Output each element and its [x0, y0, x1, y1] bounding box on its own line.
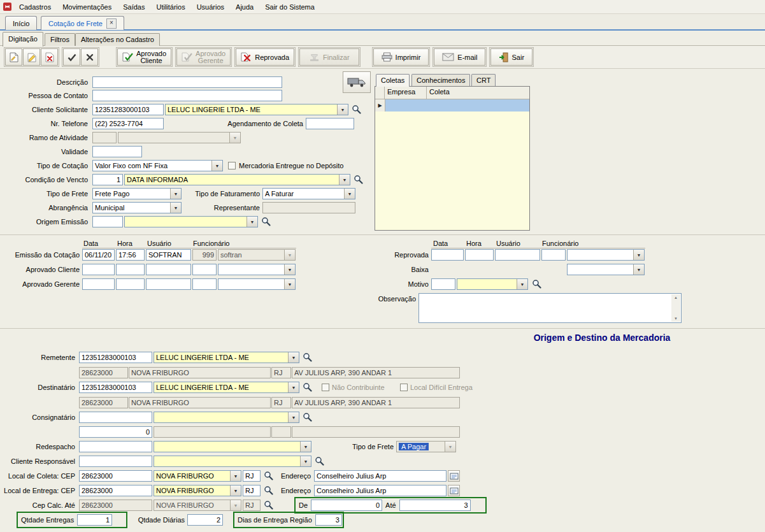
imprimir-button[interactable]: Imprimir	[373, 48, 429, 66]
reprovada-hora-input[interactable]	[465, 249, 494, 261]
entrega-endereco-input[interactable]	[314, 485, 447, 496]
motivo-combo[interactable]: ▼	[457, 278, 528, 290]
coleta-truck-button[interactable]	[343, 71, 371, 93]
aprovcli-func-num-input[interactable]	[192, 264, 217, 275]
entrega-search-button[interactable]	[263, 485, 274, 496]
remetente-combo[interactable]: LELUC LINGERIE LTDA - ME ▼	[154, 352, 299, 363]
aprovado-cliente-button[interactable]: Aprovado Cliente	[117, 48, 171, 66]
chevron-down-icon[interactable]: ▼	[170, 203, 181, 213]
chevron-down-icon[interactable]: ▼	[300, 442, 311, 452]
chevron-down-icon[interactable]: ▼	[288, 352, 299, 363]
aprovcli-usuario-input[interactable]	[146, 264, 191, 275]
consignatario-combo[interactable]: ▼	[154, 412, 299, 423]
de-input[interactable]	[311, 500, 382, 511]
reprovada-usuario-input[interactable]	[495, 249, 540, 261]
aprovcli-func-combo[interactable]: ▼	[218, 264, 296, 275]
chevron-down-icon[interactable]: ▼	[633, 250, 644, 260]
menu-ajuda[interactable]: Ajuda	[230, 0, 259, 14]
chevron-down-icon[interactable]: ▼	[517, 279, 527, 289]
abrangencia-combo[interactable]: Municipal ▼	[92, 202, 182, 213]
menu-cadastros[interactable]: Cadastros	[13, 0, 57, 14]
coletas-selected-row[interactable]: ▶	[375, 99, 529, 111]
aprovger-usuario-input[interactable]	[146, 278, 191, 290]
nr-telefone-input[interactable]	[92, 118, 164, 129]
pessoa-contato-input[interactable]	[92, 90, 282, 101]
tab-conhecimentos[interactable]: Conhecimentos	[411, 74, 470, 87]
menu-movimentacoes[interactable]: Movimentações	[57, 0, 117, 14]
cliente-responsavel-combo[interactable]: ▼	[154, 456, 311, 467]
empresa-column-header[interactable]: Empresa	[385, 87, 427, 99]
emissao-hora-input[interactable]	[116, 249, 145, 261]
agendamento-coleta-input[interactable]	[306, 118, 354, 129]
chevron-down-icon[interactable]: ▼	[300, 456, 311, 466]
reprovada-func-combo[interactable]: ▼	[567, 249, 645, 261]
chevron-down-icon[interactable]: ▼	[247, 217, 257, 227]
origem-emissao-search-button[interactable]	[261, 216, 271, 227]
aprovger-hora-input[interactable]	[116, 278, 145, 290]
coleta-cep-input[interactable]	[79, 470, 152, 482]
reprovada-data-input[interactable]	[431, 249, 464, 261]
cliente-solicitante-combo[interactable]: LELUC LINGERIE LTDA - ME ▼	[165, 104, 348, 115]
tab-coletas[interactable]: Coletas	[376, 74, 410, 87]
tab-inicio[interactable]: Início	[5, 16, 37, 30]
remetente-code-input[interactable]	[79, 352, 152, 363]
tipo-faturamento-combo[interactable]: A Faturar ▼	[262, 188, 355, 199]
emissao-data-input[interactable]	[82, 249, 115, 261]
cliente-solicitante-code-input[interactable]	[92, 104, 164, 115]
validade-input[interactable]	[92, 146, 142, 157]
aprovcli-hora-input[interactable]	[116, 264, 145, 275]
aprovger-func-num-input[interactable]	[192, 278, 217, 290]
chevron-down-icon[interactable]: ▼	[288, 412, 299, 422]
redespacho-combo[interactable]: ▼	[154, 441, 311, 452]
chevron-down-icon[interactable]: ▼	[230, 485, 241, 496]
chevron-down-icon[interactable]: ▼	[344, 189, 355, 199]
entrega-cep-input[interactable]	[79, 485, 152, 496]
observacao-scrollbar[interactable]: ▲ ▼	[671, 294, 680, 322]
chevron-down-icon[interactable]: ▼	[211, 161, 222, 171]
consignatario-search-button[interactable]	[302, 412, 313, 422]
origem-emissao-code-input[interactable]	[92, 216, 123, 227]
motivo-search-button[interactable]	[531, 278, 542, 289]
scroll-up-icon[interactable]: ▲	[674, 296, 678, 299]
destinatario-combo[interactable]: LELUC LINGERIE LTDA - ME ▼	[154, 382, 299, 393]
email-button[interactable]: E-mail	[434, 48, 485, 66]
aprovger-data-input[interactable]	[82, 278, 115, 290]
cliente-responsavel-search-button[interactable]	[314, 456, 325, 466]
edit-record-button[interactable]	[23, 48, 40, 66]
emissao-usuario-input[interactable]	[146, 249, 191, 261]
coleta-endereco-button[interactable]	[448, 470, 460, 482]
redespacho-code-input[interactable]	[79, 441, 152, 452]
subtab-digitacao[interactable]: Digitação	[3, 32, 43, 47]
reprovada-button[interactable]: Reprovada	[236, 48, 294, 66]
menu-saidas[interactable]: Saídas	[117, 0, 150, 14]
consignatario-code-input[interactable]	[79, 412, 152, 423]
coleta-search-button[interactable]	[263, 470, 274, 481]
dias-entrega-input[interactable]	[315, 514, 342, 526]
chevron-down-icon[interactable]: ▼	[337, 104, 348, 115]
chevron-down-icon[interactable]: ▼	[284, 279, 295, 289]
tab-cotacao-de-frete[interactable]: Cotação de Frete ×	[41, 16, 124, 30]
chevron-down-icon[interactable]: ▼	[170, 189, 181, 199]
cliente-solicitante-search-button[interactable]	[351, 104, 362, 115]
tab-crt[interactable]: CRT	[471, 74, 496, 87]
chevron-down-icon[interactable]: ▼	[288, 382, 299, 392]
cep-calc-search-button[interactable]	[263, 500, 274, 510]
new-record-button[interactable]	[5, 48, 22, 66]
aprovger-func-combo[interactable]: ▼	[218, 278, 296, 290]
condicao-vencto-code-input[interactable]	[92, 174, 123, 185]
observacao-memo[interactable]: ▲ ▼	[418, 293, 682, 323]
sair-button[interactable]: Sair	[490, 48, 533, 66]
subtab-filtros[interactable]: Filtros	[45, 33, 75, 46]
mercadoria-deposito-checkbox[interactable]	[228, 162, 236, 169]
reprovada-func-num-input[interactable]	[541, 249, 566, 261]
coleta-endereco-input[interactable]	[314, 470, 447, 482]
entrega-endereco-button[interactable]	[448, 485, 460, 496]
menu-utilitarios[interactable]: Utilitários	[150, 0, 190, 14]
menu-usuarios[interactable]: Usuários	[191, 0, 230, 14]
qtdade-diarias-input[interactable]	[187, 514, 223, 526]
tipo-frete-combo[interactable]: Frete Pago ▼	[92, 188, 182, 199]
coleta-cidade-combo[interactable]: NOVA FRIBURGO ▼	[154, 470, 241, 482]
entrega-cidade-combo[interactable]: NOVA FRIBURGO ▼	[154, 485, 241, 496]
motivo-code-input[interactable]	[431, 278, 455, 290]
tab-close-icon[interactable]: ×	[106, 18, 117, 29]
